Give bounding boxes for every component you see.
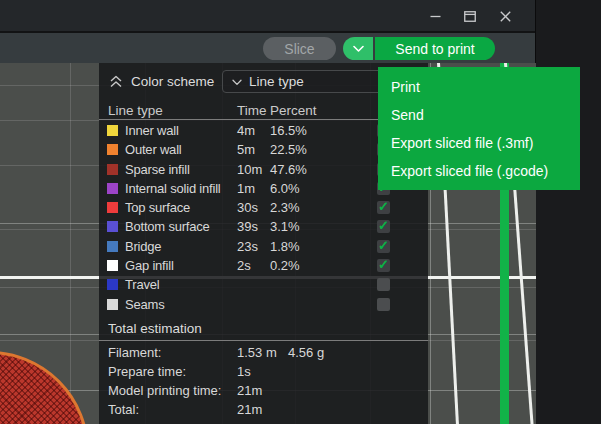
sliced-model-top-view [0, 351, 89, 424]
line-type-time: 4m [237, 123, 255, 138]
line-type-time: 2s [237, 258, 251, 273]
send-to-print-button[interactable]: Send to print [375, 37, 495, 60]
table-row: Top surface 30s 2.3% [99, 198, 428, 217]
total-estimation-rows: Filament: 1.53 m 4.56 g Prepare time: 1s… [99, 343, 428, 419]
menu-item[interactable]: Export sliced file (.3mf) [378, 129, 580, 157]
table-row: Travel [99, 275, 428, 294]
estimation-label: Filament: [108, 345, 161, 360]
line-type-visibility-checkbox[interactable] [377, 278, 390, 291]
line-type-percent: 16.5% [270, 123, 307, 138]
divider [99, 340, 428, 341]
line-type-label: Bridge [125, 239, 161, 254]
line-type-visibility-checkbox[interactable] [377, 240, 390, 253]
line-type-color-swatch [107, 221, 118, 232]
line-type-percent: 1.8% [270, 239, 300, 254]
close-button[interactable] [494, 5, 516, 27]
table-row: Bottom surface 39s 3.1% [99, 217, 428, 236]
estimation-value-2: 4.56 g [288, 345, 324, 360]
line-type-color-swatch [107, 183, 118, 194]
maximize-button[interactable] [459, 5, 481, 27]
line-type-percent: 2.3% [270, 200, 300, 215]
app-window: Slice Send to print [0, 0, 536, 424]
toolbar: Slice Send to print [0, 33, 535, 63]
slice-button[interactable]: Slice [263, 37, 336, 60]
menu-item[interactable]: Print [378, 73, 580, 101]
close-icon [500, 11, 511, 22]
total-estimation-title: Total estimation [108, 321, 202, 336]
minimize-button[interactable] [424, 5, 446, 27]
line-type-visibility-checkbox[interactable] [377, 220, 390, 233]
line-type-label: Internal solid infill [125, 181, 221, 196]
column-header-line-type: Line type [108, 103, 163, 118]
estimation-row: Prepare time: 1s [99, 362, 428, 381]
collapse-panel-button[interactable] [107, 75, 125, 91]
line-type-color-swatch [107, 260, 118, 271]
line-type-percent: 3.1% [270, 219, 300, 234]
line-type-time: 23s [237, 239, 258, 254]
line-type-color-swatch [107, 241, 118, 252]
estimation-row: Total: 21m [99, 400, 428, 419]
menu-item[interactable]: Export sliced file (.gcode) [378, 157, 580, 185]
table-row: Seams [99, 295, 428, 314]
titlebar [0, 0, 535, 33]
table-row: Gap infill 2s 0.2% [99, 256, 428, 275]
line-type-label: Travel [125, 277, 159, 292]
line-type-visibility-checkbox[interactable] [377, 298, 390, 311]
chevron-down-icon [353, 41, 364, 56]
line-type-label: Outer wall [125, 142, 182, 157]
chevron-down-icon [232, 74, 242, 89]
column-header-percent: Percent [270, 103, 317, 118]
line-type-color-swatch [107, 202, 118, 213]
line-type-label: Sparse infill [125, 162, 190, 177]
print-dropdown-toggle[interactable] [343, 37, 373, 60]
line-type-percent: 0.2% [270, 258, 300, 273]
line-type-label: Bottom surface [125, 219, 210, 234]
estimation-value: 21m [237, 402, 262, 417]
send-to-print-menu: Print Send Export sliced file (.3mf) Exp… [378, 67, 580, 190]
menu-item[interactable]: Send [378, 101, 580, 129]
line-type-time: 1m [237, 181, 255, 196]
line-type-label: Gap infill [125, 258, 174, 273]
estimation-value: 1.53 m [237, 345, 277, 360]
estimation-label: Total: [108, 402, 139, 417]
line-type-time: 39s [237, 219, 258, 234]
panel-title: Color scheme [131, 74, 214, 89]
line-type-color-swatch [107, 125, 118, 136]
line-type-percent: 6.0% [270, 181, 300, 196]
line-type-label: Top surface [125, 200, 190, 215]
estimation-row: Model printing time: 21m [99, 381, 428, 400]
estimation-row: Filament: 1.53 m 4.56 g [99, 343, 428, 362]
line-type-time: 10m [237, 162, 262, 177]
color-scheme-select-value: Line type [249, 74, 304, 89]
line-type-time: 30s [237, 200, 258, 215]
estimation-label: Model printing time: [108, 383, 221, 398]
line-type-visibility-checkbox[interactable] [377, 259, 390, 272]
line-type-color-swatch [107, 279, 118, 290]
estimation-value: 1s [237, 364, 251, 379]
double-chevron-up-icon [109, 76, 123, 91]
app-screen: Slice Send to print [0, 0, 601, 424]
table-row: Bridge 23s 1.8% [99, 237, 428, 256]
line-type-percent: 22.5% [270, 142, 307, 157]
grid-line [70, 63, 71, 424]
minimize-icon [430, 11, 441, 22]
line-type-percent: 47.6% [270, 162, 307, 177]
line-type-color-swatch [107, 144, 118, 155]
line-type-time: 5m [237, 142, 255, 157]
estimation-value: 21m [237, 383, 262, 398]
estimation-label: Prepare time: [108, 364, 186, 379]
line-type-color-swatch [107, 164, 118, 175]
maximize-icon [464, 11, 476, 22]
line-type-label: Seams [125, 297, 164, 312]
column-header-time: Time [237, 103, 267, 118]
line-type-color-swatch [107, 299, 118, 310]
line-type-visibility-checkbox[interactable] [377, 201, 390, 214]
line-type-label: Inner wall [125, 123, 179, 138]
